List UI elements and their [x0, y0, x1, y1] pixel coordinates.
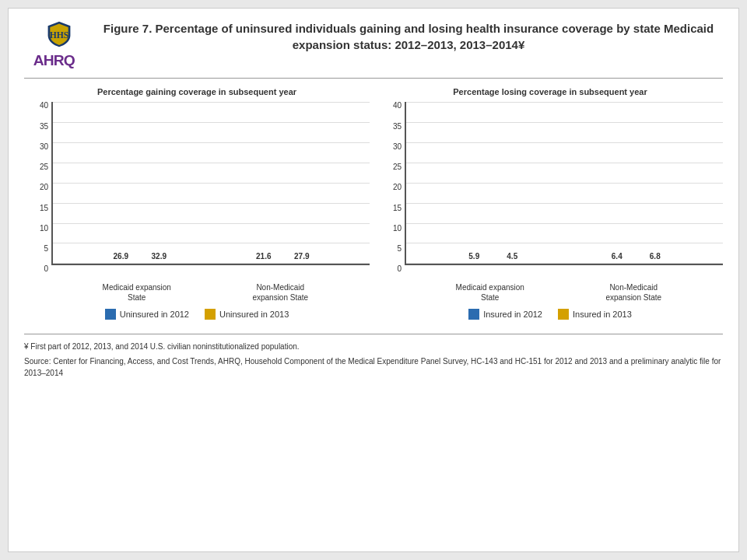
page-title: Figure 7. Percentage of uninsured indivi… — [102, 20, 715, 53]
ahrq-logo-icon: AHRQ — [32, 50, 86, 72]
title-area: Figure 7. Percentage of uninsured indivi… — [94, 20, 723, 53]
left-x-label-2: Non-Medicaid expansion State — [237, 282, 323, 303]
left-legend-gold-box — [205, 309, 216, 320]
left-bar-2-blue-label: 21.6 — [256, 252, 271, 261]
right-legend-gold-box — [558, 309, 569, 320]
right-bar-2-gold-label: 6.8 — [650, 252, 661, 261]
hhs-shield-icon: HHS — [45, 20, 73, 48]
left-legend-blue: Uninsured in 2012 — [105, 309, 189, 320]
right-x-labels: Medicaid expansion State Non-Medicaid ex… — [405, 282, 723, 303]
page: HHS AHRQ Figure 7. Percentage of uninsur… — [8, 8, 739, 552]
right-legend-gold: Insured in 2013 — [558, 309, 632, 320]
header: HHS AHRQ Figure 7. Percentage of uninsur… — [24, 20, 723, 72]
right-bar-2-blue-label: 6.4 — [612, 252, 622, 261]
left-legend-gold: Uninsured in 2013 — [205, 309, 289, 320]
left-bar-1-blue-label: 26.9 — [114, 252, 128, 261]
right-bar-1-gold-label: 4.5 — [507, 252, 517, 261]
svg-text:AHRQ: AHRQ — [33, 52, 75, 68]
left-legend-blue-label: Uninsured in 2012 — [120, 310, 189, 319]
footnote-area: ¥ First part of 2012, 2013, and 2014 U.S… — [24, 334, 723, 379]
svg-text:HHS: HHS — [50, 30, 69, 40]
left-bar-1-gold-label: 32.9 — [152, 252, 167, 261]
logo-area: HHS AHRQ — [24, 20, 94, 72]
right-x-label-1: Medicaid expansion State — [451, 282, 529, 303]
header-divider — [24, 78, 723, 79]
charts-row: Percentage gaining coverage in subsequen… — [24, 86, 723, 320]
right-legend-blue-box — [468, 309, 479, 320]
right-legend-blue: Insured in 2012 — [468, 309, 542, 320]
right-x-label-2: Non-Medicaid expansion State — [591, 282, 676, 303]
right-bar-1-blue-label: 5.9 — [468, 252, 479, 261]
left-legend: Uninsured in 2012 Uninsured in 2013 — [24, 309, 370, 320]
right-chart-subtitle: Percentage losing coverage in subsequent… — [377, 86, 723, 97]
left-bars-area: 26.9 32.9 21.6 — [53, 102, 370, 264]
left-x-labels: Medicaid expansion State Non-Medicaid ex… — [51, 282, 370, 303]
footnote-text: ¥ First part of 2012, 2013, and 2014 U.S… — [24, 341, 723, 352]
left-chart-subtitle: Percentage gaining coverage in subsequen… — [24, 86, 370, 97]
left-x-label-1: Medicaid expansion State — [98, 282, 176, 303]
left-chart-body: 26.9 32.9 21.6 — [51, 102, 370, 265]
left-y-axis: 40 35 30 25 20 15 10 5 0 — [24, 102, 51, 273]
right-legend-gold-label: Insured in 2013 — [573, 310, 632, 319]
right-chart: Percentage losing coverage in subsequent… — [377, 86, 723, 320]
left-chart: Percentage gaining coverage in subsequen… — [24, 86, 370, 320]
source-text: Source: Center for Financing, Access, an… — [24, 355, 723, 379]
left-legend-blue-box — [105, 309, 116, 320]
left-bar-2-gold-label: 27.9 — [294, 252, 309, 261]
right-bars-area: 5.9 4.5 6.4 — [406, 102, 723, 264]
right-y-axis: 40 35 30 25 20 15 10 5 0 — [377, 102, 405, 273]
right-chart-body: 5.9 4.5 6.4 — [405, 102, 723, 265]
right-legend: Insured in 2012 Insured in 2013 — [377, 309, 723, 320]
right-legend-blue-label: Insured in 2012 — [483, 310, 542, 319]
left-legend-gold-label: Uninsured in 2013 — [219, 310, 289, 319]
